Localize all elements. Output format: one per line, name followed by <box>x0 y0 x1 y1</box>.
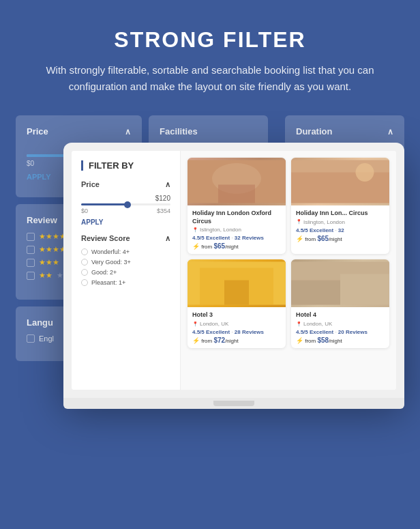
review-checkbox-4[interactable] <box>27 246 35 254</box>
hotel-card-4[interactable]: Hotel 4 📍 London, UK 4.5/5 Excellent · 2 <box>291 259 389 348</box>
location-pin-icon-2: 📍 <box>296 219 302 225</box>
hotel-name-4: Hotel 4 <box>296 311 385 319</box>
filter-price-chevron-icon: ∧ <box>165 180 170 189</box>
svg-rect-11 <box>340 274 389 305</box>
hotel-card-3[interactable]: Hotel 3 📍 London, UK 4.5/5 Excellent · 2 <box>188 259 286 348</box>
review-checkbox-2[interactable] <box>27 272 35 280</box>
hotel-price-3: ⚡ from $72/night <box>192 337 281 344</box>
filter-review-section: Review Score ∧ <box>81 234 170 243</box>
hotel-image-2 <box>291 158 389 205</box>
laptop-mockup: FILTER BY Price ∧ $120 $0 $354 <box>63 143 404 409</box>
hotel-info-1: Holiday Inn London Oxford Circus 📍 Islin… <box>188 205 286 254</box>
svg-rect-8 <box>224 281 249 305</box>
filter-review-chevron-icon: ∧ <box>165 234 170 243</box>
hotel-img-svg-1 <box>188 158 286 205</box>
filter-panel: FILTER BY Price ∧ $120 $0 $354 <box>72 151 181 390</box>
hotel-location-1: 📍 Islington, London <box>192 227 281 233</box>
chevron-up-icon: ∧ <box>125 127 131 137</box>
hotel-location-2: 📍 Islington, London <box>296 219 385 225</box>
page-title: STRONG FILTER <box>41 27 379 53</box>
location-pin-icon-4: 📍 <box>296 321 302 327</box>
filter-panel-title: FILTER BY <box>81 160 170 171</box>
filter-review-good[interactable]: Good: 2+ <box>81 269 170 276</box>
laptop-screen: FILTER BY Price ∧ $120 $0 $354 <box>72 151 396 390</box>
bg-price-title: Price ∧ <box>27 126 131 137</box>
hotel-img-svg-3 <box>188 259 286 307</box>
review-radio-good[interactable] <box>81 269 88 276</box>
hotel-location-3: 📍 London, UK <box>192 321 281 327</box>
hotel-name-1: Holiday Inn London Oxford Circus <box>192 210 281 225</box>
filter-review-verygood[interactable]: Very Good: 3+ <box>81 259 170 266</box>
filter-price-track <box>81 203 170 205</box>
bg-duration-title: Duration ∧ <box>296 126 393 137</box>
hotel-name-2: Holiday Inn Lon... Circus <box>296 210 385 218</box>
page-description: With strongly filterable, sortable and s… <box>41 62 379 95</box>
hotel-price-2: ⚡ from $65/night <box>296 235 385 242</box>
hotel-info-3: Hotel 3 📍 London, UK 4.5/5 Excellent · 2 <box>188 307 286 348</box>
laptop-notch <box>213 401 254 406</box>
lightning-icon-2: ⚡ <box>296 235 303 242</box>
lightning-icon-1: ⚡ <box>192 243 200 250</box>
hotel-image-1 <box>188 158 286 205</box>
review-radio-pleasant[interactable] <box>81 279 88 286</box>
hotel-rating-3: 4.5/5 Excellent · 28 Reviews <box>192 329 281 335</box>
header: STRONG FILTER With strongly filterable, … <box>0 0 420 115</box>
hotel-info-4: Hotel 4 📍 London, UK 4.5/5 Excellent · 2 <box>291 307 389 348</box>
hotel-location-4: 📍 London, UK <box>296 321 385 327</box>
filter-apply-button[interactable]: APPLY <box>81 218 170 226</box>
lightning-icon-3: ⚡ <box>192 337 200 344</box>
review-checkbox-5[interactable] <box>27 233 35 241</box>
filter-price-range: $0 $354 <box>81 208 170 214</box>
lightning-icon-4: ⚡ <box>296 337 303 344</box>
location-pin-icon-3: 📍 <box>192 321 198 327</box>
hotel-card-1[interactable]: Holiday Inn London Oxford Circus 📍 Islin… <box>188 158 286 254</box>
location-pin-icon-1: 📍 <box>192 227 198 233</box>
review-checkbox-3[interactable] <box>27 259 35 267</box>
svg-point-5 <box>356 163 374 182</box>
screen-content: FILTER BY Price ∧ $120 $0 $354 <box>72 151 396 390</box>
laptop-base <box>63 398 404 409</box>
hotel-img-svg-2 <box>291 158 389 205</box>
svg-rect-4 <box>291 173 389 203</box>
hotel-rating-4: 4.5/5 Excellent · 20 Reviews <box>296 329 385 335</box>
filter-review-wonderful[interactable]: Wonderful: 4+ <box>81 248 170 255</box>
language-checkbox-english[interactable] <box>27 334 35 343</box>
hotels-section: Holiday Inn London Oxford Circus 📍 Islin… <box>181 151 396 390</box>
hotel-img-svg-4 <box>291 259 389 307</box>
hotel-name-3: Hotel 3 <box>192 311 281 319</box>
filter-price-thumb[interactable] <box>124 201 131 208</box>
review-radio-wonderful[interactable] <box>81 248 88 255</box>
filter-review-pleasant[interactable]: Pleasant: 1+ <box>81 279 170 286</box>
filter-price-fill <box>81 203 126 205</box>
duration-chevron-up-icon: ∧ <box>387 127 393 137</box>
hotel-rating-1: 4.5/5 Excellent · 32 Reviews <box>192 235 281 241</box>
filter-price-section: Price ∧ <box>81 180 170 189</box>
review-radio-verygood[interactable] <box>81 259 88 266</box>
bg-apply-button[interactable]: APPLY <box>27 173 51 181</box>
svg-rect-2 <box>218 185 255 203</box>
hotel-info-2: Holiday Inn Lon... Circus 📍 Islington, L… <box>291 205 389 246</box>
laptop-body: FILTER BY Price ∧ $120 $0 $354 <box>63 143 404 398</box>
hotel-price-4: ⚡ from $58/night <box>296 337 385 344</box>
hotels-grid: Holiday Inn London Oxford Circus 📍 Islin… <box>188 158 389 348</box>
hotel-image-4 <box>291 259 389 307</box>
hotel-card-2[interactable]: Holiday Inn Lon... Circus 📍 Islington, L… <box>291 158 389 254</box>
hotel-image-3 <box>188 259 286 307</box>
main-content: Price ∧ $120 $0 $354 APPLY Facilities ✓ … <box>16 115 404 409</box>
svg-rect-10 <box>291 281 340 305</box>
hotel-rating-2: 4.5/5 Excellent · 32 <box>296 227 385 233</box>
bg-facilities-title: Facilities <box>160 126 257 137</box>
hotel-price-1: ⚡ from $65/night <box>192 242 281 250</box>
